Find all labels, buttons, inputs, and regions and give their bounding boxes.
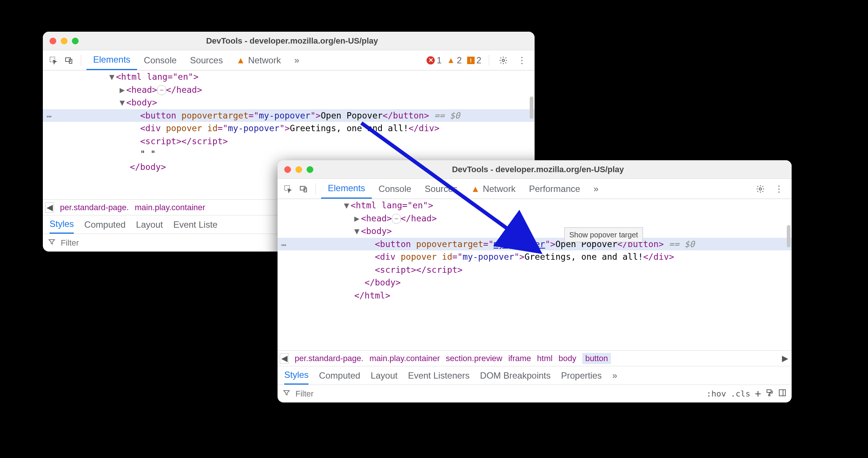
warning-icon: ▲ — [471, 184, 480, 194]
body-close-tag[interactable]: </body> — [130, 162, 166, 172]
breadcrumb-item[interactable]: per.standard-page. — [295, 354, 364, 363]
tabs-overflow[interactable]: » — [288, 50, 306, 70]
breadcrumb-item[interactable]: main.play.container — [135, 203, 205, 212]
tab-elements[interactable]: Elements — [86, 50, 137, 70]
breadcrumb-scroll-right[interactable]: ▶ — [780, 353, 789, 364]
filter-input[interactable] — [295, 389, 702, 399]
tab-console[interactable]: Console — [372, 179, 418, 199]
breadcrumb-item[interactable]: per.standard-page. — [60, 203, 129, 212]
tab-layout[interactable]: Layout — [136, 219, 163, 230]
breadcrumb-item[interactable]: section.preview — [446, 354, 503, 363]
tab-console[interactable]: Console — [137, 50, 183, 70]
issues-badge[interactable]: !2 — [467, 55, 481, 66]
scrollbar-thumb[interactable] — [530, 97, 533, 119]
tab-performance[interactable]: Performance — [522, 179, 587, 199]
error-badge[interactable]: ✕1 — [427, 55, 441, 66]
head-open-tag[interactable]: <head> — [126, 85, 157, 95]
script-node[interactable]: <script></script> — [278, 263, 792, 277]
script-node[interactable]: <script></script> — [43, 135, 535, 148]
tab-styles[interactable]: Styles — [50, 215, 74, 234]
gutter-ellipsis-icon[interactable]: ⋯ — [47, 110, 53, 123]
new-rule-icon[interactable]: + — [755, 388, 761, 400]
head-open-tag[interactable]: <head> — [361, 214, 392, 223]
tabs-overflow[interactable]: » — [587, 179, 605, 199]
html-open-tag[interactable]: <html lang="en"> — [351, 200, 433, 210]
maximize-button[interactable] — [72, 38, 79, 44]
head-close-tag: </head> — [401, 214, 437, 223]
breadcrumb-scroll-left[interactable]: ◀ — [280, 353, 289, 364]
computed-sidebar-icon[interactable] — [778, 389, 786, 399]
tab-properties[interactable]: Properties — [561, 370, 602, 381]
titlebar[interactable]: DevTools - developer.mozilla.org/en-US/p… — [278, 160, 792, 179]
div-node[interactable]: <div popover id="my-popover">Greetings, … — [43, 122, 535, 135]
breadcrumb-item[interactable]: main.play.container — [370, 354, 440, 363]
tab-computed[interactable]: Computed — [319, 370, 360, 381]
devtools-window-2: DevTools - developer.mozilla.org/en-US/p… — [278, 160, 792, 402]
head-ellipsis[interactable]: ⋯ — [157, 85, 166, 95]
kebab-icon[interactable]: ⋮ — [772, 182, 786, 196]
tooltip: Show popover target — [564, 227, 643, 242]
inspect-icon[interactable] — [281, 182, 295, 196]
tab-dom-breakpoints[interactable]: DOM Breakpoints — [480, 370, 551, 381]
styles-tab-bar: Styles Computed Layout Event Listeners D… — [278, 366, 792, 385]
selected-button-node[interactable]: <button popovertarget="my-popover">Open … — [43, 109, 535, 122]
scrollbar-thumb[interactable] — [787, 225, 791, 247]
div-node[interactable]: <div popover id="my-popover">Greetings, … — [278, 250, 792, 263]
tab-layout[interactable]: Layout — [371, 370, 397, 381]
tab-elements[interactable]: Elements — [321, 179, 372, 199]
html-open-tag[interactable]: <html lang="en"> — [116, 72, 199, 82]
tab-event-listeners[interactable]: Event Liste — [173, 219, 218, 230]
kebab-icon[interactable]: ⋮ — [515, 54, 529, 67]
breadcrumb-item-selected[interactable]: button — [582, 353, 611, 364]
main-toolbar: Elements Console Sources ▲ Network » ✕1 … — [43, 50, 535, 70]
filter-bar: :hov .cls + — [278, 385, 792, 402]
tab-network-label: Network — [483, 184, 516, 194]
inspect-icon[interactable] — [47, 54, 60, 67]
maximize-button[interactable] — [307, 166, 313, 173]
titlebar[interactable]: DevTools - developer.mozilla.org/en-US/p… — [43, 32, 535, 50]
html-close-tag[interactable]: </html> — [354, 291, 390, 300]
breadcrumb-item[interactable]: iframe — [508, 354, 531, 363]
breadcrumb-item[interactable]: html — [537, 354, 553, 363]
dom-tree[interactable]: ▼<html lang="en"> ▶<head>⋯</head> ▼<body… — [278, 199, 792, 350]
minimize-button[interactable] — [61, 38, 67, 44]
warning-badge[interactable]: ▲2 — [447, 55, 462, 66]
head-ellipsis[interactable]: ⋯ — [392, 214, 401, 224]
minimize-button[interactable] — [295, 166, 302, 173]
breadcrumb-scroll-left[interactable]: ◀ — [45, 202, 54, 213]
selected-button-node[interactable]: <button popovertarget="my-popover">Open … — [278, 238, 792, 251]
gutter-ellipsis-icon[interactable]: ⋯ — [281, 239, 287, 252]
body-close-tag[interactable]: </body> — [365, 278, 401, 287]
warning-icon: ▲ — [236, 55, 245, 66]
close-button[interactable] — [50, 38, 56, 44]
device-toggle-icon[interactable] — [297, 182, 310, 196]
svg-rect-10 — [779, 389, 786, 396]
hov-toggle[interactable]: :hov — [706, 389, 726, 398]
gear-icon[interactable] — [754, 182, 767, 196]
gear-icon[interactable] — [497, 54, 510, 67]
svg-point-3 — [502, 59, 504, 61]
main-toolbar: Elements Console Sources ▲ Network Perfo… — [278, 179, 792, 199]
svg-rect-8 — [767, 389, 771, 392]
body-open-tag[interactable]: <body> — [126, 98, 157, 107]
breadcrumb-item[interactable]: body — [558, 354, 576, 363]
close-button[interactable] — [284, 166, 291, 173]
breadcrumb-bar: ◀ per.standard-page. main.play.container… — [278, 350, 792, 366]
tab-network[interactable]: ▲ Network — [464, 179, 522, 199]
tab-network[interactable]: ▲ Network — [229, 50, 288, 70]
tab-event-listeners[interactable]: Event Listeners — [408, 370, 469, 381]
cls-toggle[interactable]: .cls — [731, 389, 750, 398]
window-title: DevTools - developer.mozilla.org/en-US/p… — [313, 165, 763, 174]
body-open-tag[interactable]: <body> — [361, 226, 392, 236]
popover-target-link[interactable]: my-popover — [494, 239, 545, 249]
device-toggle-icon[interactable] — [62, 54, 76, 67]
styles-tabs-overflow[interactable]: » — [612, 370, 617, 381]
text-node[interactable]: " " — [43, 148, 535, 161]
head-close-tag: </head> — [166, 85, 202, 95]
tab-sources[interactable]: Sources — [183, 50, 229, 70]
tab-computed[interactable]: Computed — [84, 219, 126, 230]
tab-sources[interactable]: Sources — [418, 179, 464, 199]
tab-styles[interactable]: Styles — [284, 366, 308, 385]
paint-icon[interactable] — [766, 389, 774, 399]
filter-icon — [283, 389, 290, 399]
